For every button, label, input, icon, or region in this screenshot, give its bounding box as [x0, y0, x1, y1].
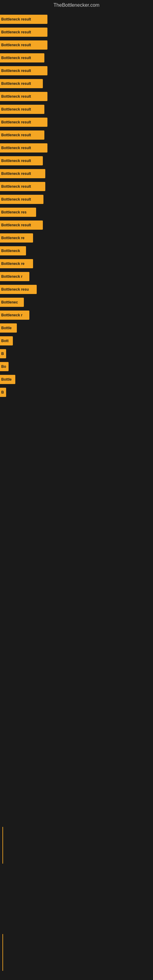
result-bar: Bottleneck result: [0, 118, 48, 127]
result-bar: Bottleneck result: [0, 169, 45, 178]
bar-label: Bottleneck result: [1, 43, 31, 47]
bar-label: Bottleneck result: [1, 68, 31, 73]
result-bar: Bottleneck result: [0, 182, 45, 191]
bar-label: Bottlenec: [1, 300, 18, 304]
bars-container: Bottleneck resultBottleneck resultBottle…: [0, 10, 153, 402]
result-bar: B: [0, 349, 6, 358]
bar-row: Bottleneck result: [0, 52, 153, 64]
result-bar: Bottleneck result: [0, 156, 43, 165]
result-bar: B: [0, 388, 6, 397]
bar-row: Bottleneck resu: [0, 283, 153, 295]
bar-row: Bottleneck result: [0, 91, 153, 102]
bar-label: B: [1, 390, 4, 395]
bar-row: Bottleneck re: [0, 258, 153, 269]
bar-row: Bo: [0, 361, 153, 372]
result-bar: Bottleneck res: [0, 208, 36, 217]
vertical-line-1: [2, 827, 3, 864]
result-bar: Bottleneck result: [0, 66, 48, 75]
result-bar: Bo: [0, 362, 9, 371]
bar-label: Bottleneck: [1, 249, 20, 253]
result-bar: Bottleneck resu: [0, 285, 37, 294]
result-bar: Bottleneck result: [0, 15, 48, 24]
result-bar: Bottleneck result: [0, 195, 43, 204]
result-bar: Bottleneck re: [0, 233, 33, 243]
result-bar: Bottleneck result: [0, 27, 48, 37]
bar-label: Bottleneck result: [1, 56, 31, 60]
bar-label: Bottleneck result: [1, 17, 31, 21]
bar-label: Bottleneck result: [1, 223, 31, 227]
bar-label: Bo: [1, 364, 6, 369]
bar-label: Bottleneck result: [1, 185, 31, 189]
bar-row: Bottle: [0, 374, 153, 385]
bar-label: Bottle: [1, 326, 12, 330]
bar-row: Bottleneck result: [0, 194, 153, 205]
result-bar: Bottleneck result: [0, 79, 43, 88]
bar-label: Bottleneck result: [1, 159, 31, 163]
bar-label: Bottleneck result: [1, 146, 31, 150]
result-bar: Bottle: [0, 375, 15, 384]
result-bar: Bottleneck result: [0, 143, 48, 153]
bar-label: Bottleneck result: [1, 107, 31, 111]
bar-label: Bottleneck result: [1, 94, 31, 99]
bar-row: B: [0, 348, 153, 360]
bar-label: Bottleneck result: [1, 81, 31, 86]
bar-row: Bottleneck result: [0, 168, 153, 180]
result-bar: Bottleneck result: [0, 221, 43, 230]
bar-row: Bottleneck result: [0, 155, 153, 167]
bar-row: Bottleneck: [0, 245, 153, 257]
bar-row: Bottleneck result: [0, 116, 153, 128]
bar-row: Bott: [0, 335, 153, 347]
bar-row: Bottleneck result: [0, 142, 153, 154]
bar-row: Bottleneck result: [0, 39, 153, 51]
bar-label: Bottleneck re: [1, 236, 24, 240]
bar-label: Bottleneck result: [1, 30, 31, 34]
bar-label: Bottleneck result: [1, 172, 31, 176]
bar-row: Bottleneck result: [0, 65, 153, 76]
result-bar: Bottleneck r: [0, 310, 29, 320]
bar-row: Bottleneck result: [0, 103, 153, 115]
bar-label: Bottleneck r: [1, 313, 22, 317]
bar-label: Bott: [1, 339, 9, 343]
bar-label: Bottleneck r: [1, 274, 22, 279]
bar-row: Bottleneck re: [0, 232, 153, 244]
bar-row: Bottleneck result: [0, 13, 153, 25]
bar-label: B: [1, 352, 4, 356]
bar-label: Bottleneck re: [1, 261, 24, 266]
result-bar: Bottleneck: [0, 246, 26, 255]
bar-row: Bottleneck result: [0, 181, 153, 192]
result-bar: Bott: [0, 336, 13, 345]
result-bar: Bottle: [0, 323, 17, 332]
site-title: TheBottlenecker.com: [0, 0, 153, 10]
bar-label: Bottleneck resu: [1, 287, 29, 291]
result-bar: Bottleneck re: [0, 259, 33, 268]
bar-label: Bottle: [1, 377, 12, 382]
result-bar: Bottleneck result: [0, 130, 45, 140]
result-bar: Bottleneck result: [0, 53, 45, 62]
bar-row: Bottleneck r: [0, 271, 153, 282]
bar-row: Bottle: [0, 322, 153, 334]
bar-label: Bottleneck result: [1, 120, 31, 124]
vertical-line-2: [2, 934, 3, 971]
bar-row: Bottleneck result: [0, 129, 153, 141]
bar-row: Bottleneck res: [0, 207, 153, 218]
bar-row: Bottleneck result: [0, 26, 153, 38]
result-bar: Bottleneck result: [0, 92, 48, 101]
bar-row: Bottleneck r: [0, 309, 153, 321]
bar-row: B: [0, 387, 153, 398]
result-bar: Bottleneck result: [0, 105, 45, 114]
bar-label: Bottleneck res: [1, 210, 27, 215]
bar-label: Bottleneck result: [1, 197, 31, 202]
bar-row: Bottlenec: [0, 296, 153, 308]
result-bar: Bottleneck result: [0, 40, 48, 49]
bar-row: Bottleneck result: [0, 219, 153, 231]
bar-label: Bottleneck result: [1, 133, 31, 137]
bar-row: Bottleneck result: [0, 78, 153, 89]
result-bar: Bottlenec: [0, 298, 24, 307]
result-bar: Bottleneck r: [0, 272, 29, 281]
